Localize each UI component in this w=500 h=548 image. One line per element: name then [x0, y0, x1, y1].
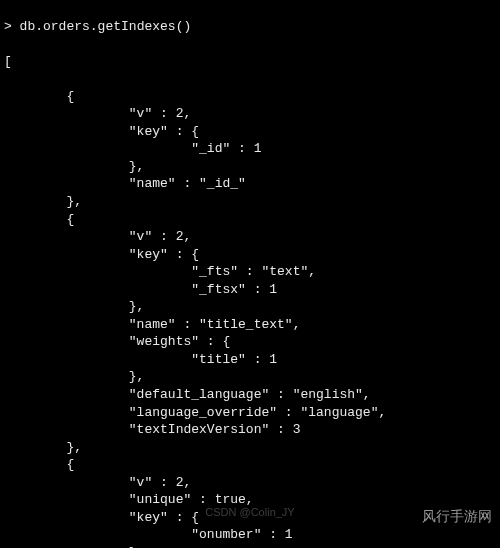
command-line: > db.orders.getIndexes(): [4, 18, 496, 36]
command-text: db.orders.getIndexes(): [20, 19, 192, 34]
terminal-output[interactable]: > db.orders.getIndexes() [ { "v" : 2, "k…: [0, 0, 500, 548]
prompt-symbol: >: [4, 19, 20, 34]
result-open-bracket: [: [4, 53, 496, 71]
index-list: { "v" : 2, "key" : { "_id" : 1 }, "name"…: [4, 89, 386, 548]
